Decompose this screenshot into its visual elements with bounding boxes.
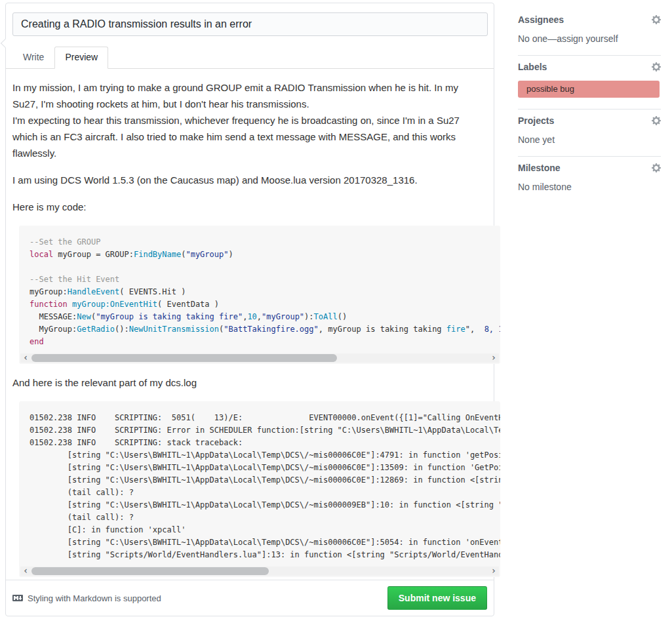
markdown-supported-link[interactable]: Styling with Markdown is supported: [12, 593, 161, 603]
assignees-value[interactable]: No one—assign yourself: [518, 33, 661, 44]
paragraph-mission: In my mission, I am trying to make a gro…: [12, 79, 494, 161]
tab-preview[interactable]: Preview: [54, 47, 108, 69]
gear-icon[interactable]: [652, 163, 661, 173]
assignees-title: Assignees: [518, 14, 564, 25]
log-content: 01502.238 INFO SCRIPTING: 5051( 13)/E: E…: [19, 401, 500, 563]
paragraph-log-intro: And here is the relevant part of my dcs.…: [12, 374, 494, 391]
form-footer: Styling with Markdown is supported Submi…: [6, 580, 494, 616]
milestone-title: Milestone: [518, 163, 561, 173]
projects-header[interactable]: Projects: [518, 115, 661, 126]
projects-title: Projects: [518, 115, 554, 126]
lua-code-scroll-thumb[interactable]: [31, 354, 337, 362]
gear-icon[interactable]: [652, 62, 661, 72]
markdown-icon: [12, 593, 23, 603]
markdown-note-text: Styling with Markdown is supported: [28, 593, 161, 603]
lua-code-block: --Set the GROUPlocal myGroup = GROUP:Fin…: [19, 226, 500, 364]
paragraph-line: In my mission, I am trying to make a gro…: [12, 79, 486, 112]
log-block: 01502.238 INFO SCRIPTING: 5051( 13)/E: E…: [19, 401, 500, 577]
editor-tab-bar: Write Preview: [6, 47, 494, 69]
scroll-right-icon[interactable]: ›: [488, 567, 499, 576]
sidebar-section-projects: Projects None yet: [518, 110, 661, 157]
labels-title: Labels: [518, 62, 547, 72]
sidebar-section-labels: Labels possible bug: [518, 56, 661, 110]
paragraph-code-intro: Here is my code:: [12, 199, 494, 215]
lua-code-scrollbar[interactable]: ‹ ›: [20, 353, 499, 363]
scroll-left-icon[interactable]: ‹: [20, 353, 31, 363]
sidebar-section-milestone: Milestone No milestone: [518, 157, 661, 203]
issue-sidebar: Assignees No one—assign yourself Labels …: [518, 9, 661, 203]
gear-icon[interactable]: [652, 14, 661, 25]
tab-write[interactable]: Write: [12, 47, 54, 68]
gear-icon[interactable]: [652, 115, 661, 126]
assignees-header[interactable]: Assignees: [518, 14, 661, 25]
projects-value: None yet: [518, 134, 661, 145]
sidebar-section-assignees: Assignees No one—assign yourself: [518, 9, 661, 56]
lua-code-content: --Set the GROUPlocal myGroup = GROUP:Fin…: [19, 226, 500, 349]
new-issue-form: Write Preview In my mission, I am trying…: [5, 3, 494, 616]
scroll-left-icon[interactable]: ‹: [20, 567, 31, 576]
milestone-header[interactable]: Milestone: [518, 163, 661, 173]
paragraph-line: I'm expecting to hear this transmission,…: [12, 112, 486, 161]
scroll-right-icon[interactable]: ›: [488, 353, 499, 363]
paragraph-versions: I am using DCS World 1.5.3 (on the Cauca…: [12, 172, 494, 188]
label-possible-bug[interactable]: possible bug: [518, 81, 660, 98]
submit-new-issue-button[interactable]: Submit new issue: [387, 586, 487, 610]
milestone-value: No milestone: [518, 182, 661, 192]
log-scroll-thumb[interactable]: [31, 567, 269, 575]
preview-pane: In my mission, I am trying to make a gro…: [6, 69, 494, 577]
issue-title-input[interactable]: [12, 12, 488, 36]
log-scrollbar[interactable]: ‹ ›: [20, 567, 499, 576]
labels-header[interactable]: Labels: [518, 62, 661, 72]
